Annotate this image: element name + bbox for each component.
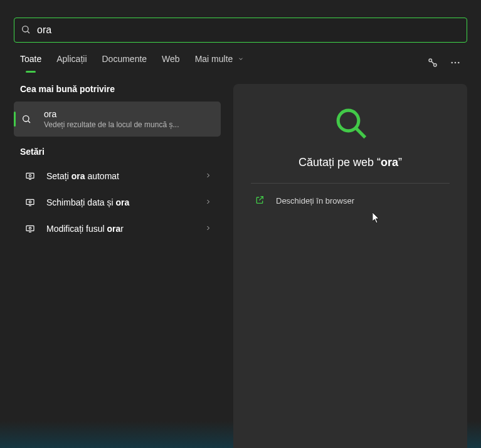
- settings-heading: Setări: [20, 147, 221, 157]
- search-large-icon: [333, 105, 368, 142]
- svg-line-8: [28, 121, 30, 123]
- svg-rect-12: [26, 199, 34, 204]
- setting-label: Schimbați data și ora: [46, 197, 194, 207]
- tab-label: Web: [162, 54, 180, 64]
- tab-more[interactable]: Mai multe: [195, 54, 245, 73]
- tab-apps[interactable]: Aplicații: [56, 54, 87, 73]
- connections-icon[interactable]: [427, 57, 438, 70]
- result-subtitle: Vedeți rezultate de la locul de muncă ș.…: [44, 120, 179, 129]
- preview-pane: Căutați pe web “ora” Deschideți în brows…: [233, 84, 467, 448]
- setting-change-timezone[interactable]: Modificați fusul orar: [14, 217, 221, 241]
- svg-line-19: [356, 128, 364, 137]
- open-in-browser-label: Deschideți în browser: [276, 196, 354, 206]
- svg-point-16: [29, 227, 31, 229]
- svg-point-18: [338, 110, 359, 131]
- tab-label: Toate: [20, 54, 41, 64]
- svg-point-13: [29, 201, 31, 203]
- chevron-right-icon: [204, 224, 212, 234]
- tab-web[interactable]: Web: [162, 54, 180, 73]
- start-menu-search: Toate Aplicații Documente Web Mai multe …: [0, 0, 481, 448]
- search-bar-container: [0, 0, 481, 43]
- web-search-caption: Căutați pe web “ora”: [299, 156, 402, 169]
- svg-rect-9: [26, 173, 34, 178]
- tab-label: Mai multe: [195, 54, 233, 64]
- svg-point-4: [451, 61, 453, 63]
- settings-app-icon: [24, 197, 36, 207]
- chevron-down-icon: [238, 54, 244, 64]
- tab-documents[interactable]: Documente: [102, 54, 147, 73]
- setting-change-date-time[interactable]: Schimbați data și ora: [14, 190, 221, 214]
- setting-label: Setați ora automat: [46, 171, 194, 181]
- svg-point-5: [455, 61, 457, 63]
- search-icon: [18, 114, 35, 124]
- best-match-result[interactable]: ora Vedeți rezultate de la locul de munc…: [14, 102, 221, 137]
- web-search-preview: Căutați pe web “ora”: [251, 105, 450, 184]
- svg-point-3: [434, 63, 437, 66]
- results-list: Cea mai bună potrivire ora Vedeți rezult…: [14, 84, 221, 448]
- tab-label: Aplicații: [56, 54, 87, 64]
- best-match-heading: Cea mai bună potrivire: [20, 84, 221, 94]
- more-icon[interactable]: [450, 57, 461, 70]
- svg-rect-15: [26, 226, 34, 231]
- svg-point-2: [429, 59, 432, 62]
- chevron-right-icon: [204, 197, 212, 207]
- search-input[interactable]: [37, 24, 460, 36]
- filter-tabs: Toate Aplicații Documente Web Mai multe: [0, 43, 481, 73]
- results-area: Cea mai bună potrivire ora Vedeți rezult…: [0, 73, 481, 448]
- svg-point-7: [23, 116, 29, 122]
- chevron-right-icon: [204, 171, 212, 181]
- settings-app-icon: [24, 171, 36, 181]
- settings-app-icon: [24, 224, 36, 234]
- setting-label: Modificați fusul orar: [46, 224, 194, 234]
- header-actions: [427, 57, 461, 70]
- setting-set-time-auto[interactable]: Setați ora automat: [14, 164, 221, 188]
- tab-label: Documente: [102, 54, 147, 64]
- best-match-text: ora Vedeți rezultate de la locul de munc…: [44, 109, 179, 129]
- svg-point-6: [458, 61, 460, 63]
- open-external-icon: [255, 195, 265, 207]
- result-title: ora: [44, 109, 179, 119]
- search-icon: [21, 24, 31, 36]
- svg-line-1: [28, 31, 29, 33]
- open-in-browser[interactable]: Deschideți în browser: [251, 184, 450, 207]
- search-bar[interactable]: [14, 18, 467, 43]
- svg-point-10: [29, 175, 31, 177]
- svg-point-0: [23, 26, 28, 31]
- tab-all[interactable]: Toate: [20, 54, 41, 73]
